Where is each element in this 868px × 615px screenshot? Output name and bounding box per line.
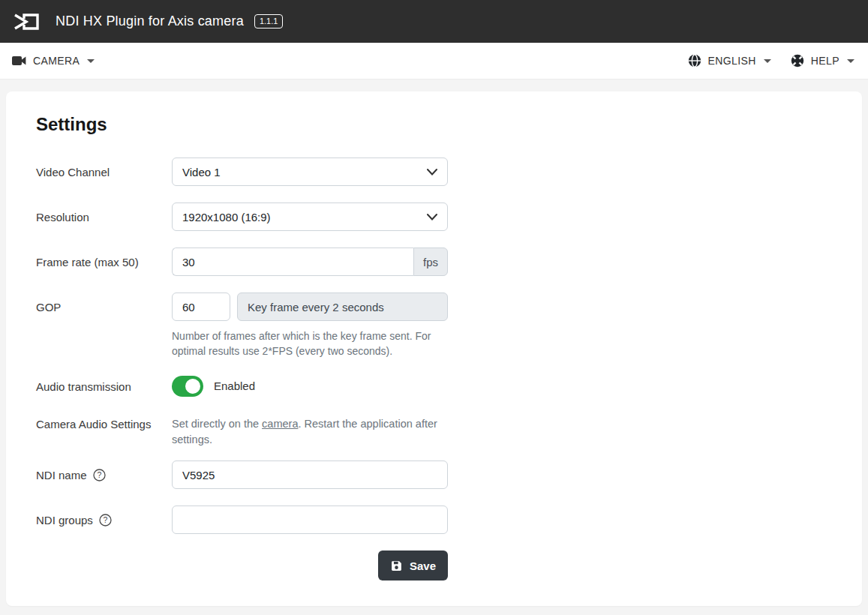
audio-transmission-toggle[interactable] [172, 376, 203, 397]
camera-audio-row: Camera Audio Settings Set directly on th… [36, 416, 832, 449]
chevron-down-icon [847, 59, 854, 63]
nav-bar: CAMERA ENGLISH [0, 43, 868, 80]
version-badge: 1.1.1 [254, 14, 283, 28]
svg-text:?: ? [97, 470, 101, 479]
camera-audio-note: Set directly on the camera. Restart the … [172, 416, 442, 449]
chevron-down-icon [764, 59, 771, 63]
camera-audio-label: Camera Audio Settings [36, 416, 172, 449]
language-menu-label: ENGLISH [708, 55, 756, 67]
ndi-name-row: NDI name ? [36, 460, 832, 489]
camera-link[interactable]: camera [262, 418, 298, 430]
camera-menu[interactable]: CAMERA [12, 55, 95, 67]
toggle-knob [184, 377, 202, 395]
question-circle-icon[interactable]: ? [99, 514, 112, 526]
save-icon [390, 560, 403, 572]
app-header: NDI HX Plugin for Axis camera 1.1.1 [0, 0, 868, 43]
video-channel-value: Video 1 [182, 166, 221, 178]
camera-audio-note-before: Set directly on the [172, 418, 262, 430]
chevron-down-icon [87, 59, 95, 63]
app-title: NDI HX Plugin for Axis camera [56, 14, 244, 29]
frame-rate-input[interactable] [172, 248, 413, 276]
help-menu-label: HELP [811, 55, 839, 67]
ndi-name-input[interactable] [172, 460, 448, 489]
ndi-groups-row: NDI groups ? [36, 506, 832, 534]
gop-input[interactable] [172, 292, 230, 321]
gop-helper-text: Number of frames after which is the key … [172, 328, 442, 359]
gop-label: GOP [36, 292, 172, 359]
ndi-logo-icon [12, 10, 41, 34]
save-button-label: Save [410, 560, 436, 572]
resolution-value: 1920x1080 (16:9) [182, 211, 271, 224]
chevron-down-icon [427, 214, 437, 220]
resolution-label: Resolution [36, 202, 172, 231]
camera-menu-label: CAMERA [33, 55, 80, 67]
frame-rate-label: Frame rate (max 50) [36, 248, 172, 276]
page-title: Settings [36, 114, 832, 135]
language-menu[interactable]: ENGLISH [688, 54, 771, 68]
video-channel-select[interactable]: Video 1 [172, 158, 448, 186]
gop-keyframe-info: Key frame every 2 seconds [237, 292, 448, 321]
resolution-select[interactable]: 1920x1080 (16:9) [172, 202, 448, 231]
svg-text:?: ? [103, 515, 107, 524]
question-circle-icon[interactable]: ? [93, 469, 106, 482]
ndi-name-label: NDI name [36, 467, 87, 484]
ndi-groups-label: NDI groups [36, 512, 93, 529]
audio-transmission-state: Enabled [214, 380, 255, 392]
video-channel-row: Video Channel Video 1 [36, 158, 832, 186]
settings-card: Settings Video Channel Video 1 Resolutio… [6, 92, 862, 606]
globe-icon [688, 54, 701, 68]
chevron-down-icon [427, 169, 437, 176]
save-row: Save [36, 550, 832, 580]
videocam-icon [12, 56, 26, 66]
audio-transmission-label: Audio transmission [36, 376, 172, 397]
gop-row: GOP Key frame every 2 seconds Number of … [36, 292, 832, 359]
video-channel-label: Video Channel [36, 158, 172, 186]
help-icon [791, 54, 804, 68]
save-button[interactable]: Save [378, 550, 448, 580]
resolution-row: Resolution 1920x1080 (16:9) [36, 202, 832, 231]
frame-rate-unit: fps [413, 248, 448, 276]
main-content: Settings Video Channel Video 1 Resolutio… [0, 80, 868, 615]
frame-rate-row: Frame rate (max 50) fps [36, 248, 832, 276]
audio-transmission-row: Audio transmission Enabled [36, 376, 832, 397]
ndi-groups-input[interactable] [172, 506, 448, 534]
help-menu[interactable]: HELP [791, 54, 854, 68]
